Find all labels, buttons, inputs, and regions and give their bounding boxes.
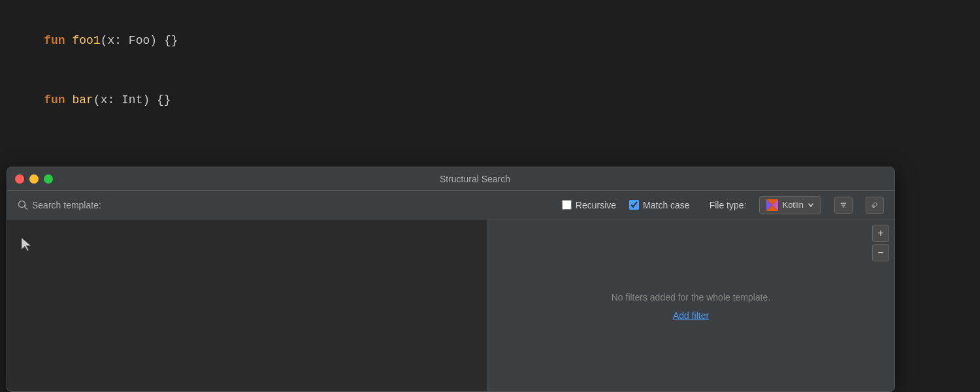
match-case-checkbox[interactable]: [629, 200, 639, 210]
keyword: fun: [44, 93, 65, 106]
search-label: Search template:: [32, 200, 101, 210]
mouse-cursor-indicator: [20, 237, 33, 255]
dialog-title: Structural Search: [63, 174, 887, 184]
wrench-icon: [872, 201, 878, 210]
svg-marker-11: [22, 238, 31, 251]
recursive-checkbox[interactable]: [562, 200, 572, 210]
svg-point-10: [874, 205, 875, 206]
minimize-button[interactable]: [29, 174, 39, 184]
no-filters-text: No filters added for the whole template.: [612, 292, 771, 302]
chevron-down-icon: [808, 202, 814, 208]
filter-action-buttons: + −: [872, 225, 889, 261]
filters-panel: + − No filters added for the whole templ…: [487, 220, 894, 392]
remove-filter-button[interactable]: −: [872, 244, 889, 261]
dialog-titlebar: Structural Search: [7, 167, 894, 191]
search-panel[interactable]: [7, 220, 487, 392]
match-case-checkbox-group[interactable]: Match case: [629, 200, 690, 210]
settings-button[interactable]: [866, 197, 884, 214]
filter-button[interactable]: [834, 197, 853, 214]
recursive-checkbox-group[interactable]: Recursive: [562, 200, 616, 210]
code-line-2: fun bar(x: Int) {}: [16, 71, 964, 131]
keyword: fun: [44, 34, 65, 47]
plus-icon: +: [877, 227, 883, 239]
search-label-group: Search template:: [18, 200, 101, 210]
file-type-value: Kotlin: [782, 200, 804, 210]
kotlin-icon: [766, 199, 778, 211]
close-button[interactable]: [15, 174, 24, 184]
recursive-label: Recursive: [576, 200, 616, 210]
match-case-label: Match case: [643, 200, 690, 210]
filter-icon: [840, 201, 847, 210]
code-line-1: fun foo1(x: Foo) {}: [16, 10, 964, 71]
function-name: foo1: [72, 34, 100, 47]
dialog-body: + − No filters added for the whole templ…: [7, 220, 894, 392]
code-line-3: [16, 131, 964, 151]
search-icon: [18, 200, 28, 210]
structural-search-dialog: Structural Search Search template: Recur…: [7, 167, 895, 392]
dialog-toolbar: Search template: Recursive Match case Fi…: [7, 191, 894, 220]
maximize-button[interactable]: [44, 174, 53, 184]
svg-line-1: [25, 206, 27, 209]
code-editor: fun foo1(x: Foo) {} fun bar(x: Int) {} c…: [0, 0, 980, 170]
add-filter-link[interactable]: Add filter: [673, 310, 709, 321]
file-type-label: File type:: [710, 200, 747, 210]
traffic-lights: [15, 174, 53, 184]
file-type-dropdown[interactable]: Kotlin: [759, 196, 821, 214]
add-filter-button[interactable]: +: [872, 225, 889, 242]
minus-icon: −: [877, 247, 883, 259]
function-name: bar: [72, 93, 93, 106]
